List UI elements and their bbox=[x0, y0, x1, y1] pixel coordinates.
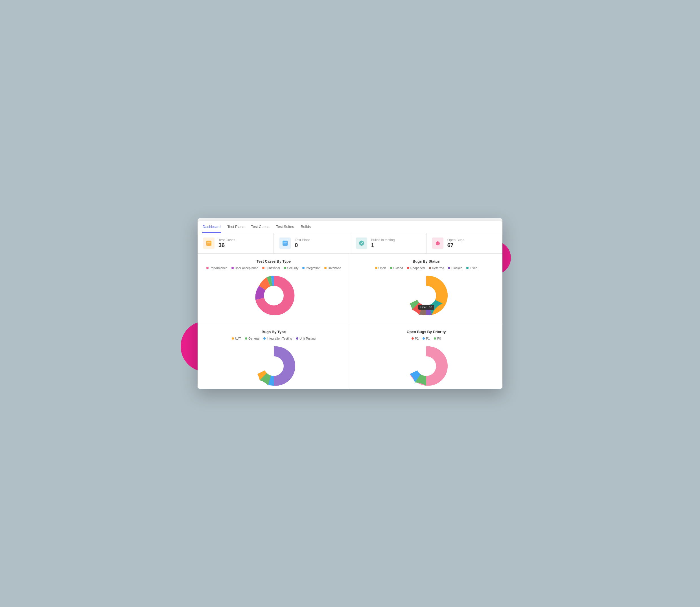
legend-label-deferred: Deferred bbox=[432, 266, 444, 270]
chart-title-3: Bugs By Type bbox=[203, 330, 344, 334]
legend-int-testing: Integration Testing bbox=[263, 337, 292, 340]
stat-card-open-bugs: Open Bugs 67 bbox=[426, 233, 502, 253]
legend-dot-p1 bbox=[422, 337, 425, 340]
legend-dot-p2 bbox=[412, 337, 414, 340]
stat-cards: Test Cases 36 Test Plans 0 bbox=[198, 233, 502, 254]
legend-label-functional: Functional bbox=[266, 266, 280, 270]
donut-chart-3 bbox=[251, 343, 296, 389]
legend-label-uat: UAT bbox=[235, 337, 241, 340]
chart-legend-4: P2 P1 P0 bbox=[356, 337, 497, 340]
legend-functional: Functional bbox=[262, 266, 280, 270]
legend-dot-functional bbox=[262, 267, 264, 269]
dash-nav-builds[interactable]: Builds bbox=[300, 221, 311, 233]
svg-text:Open: 67: Open: 67 bbox=[420, 306, 432, 309]
legend-label-p1: P1 bbox=[426, 337, 429, 340]
legend-general: General bbox=[245, 337, 259, 340]
legend-dot-database bbox=[324, 267, 326, 269]
legend-database: Database bbox=[324, 266, 341, 270]
legend-label-database: Database bbox=[328, 266, 341, 270]
legend-label-integration: Integration bbox=[306, 266, 320, 270]
legend-reopened: Reopened bbox=[407, 266, 425, 270]
legend-dot-blocked bbox=[448, 267, 450, 269]
legend-label-reopened: Reopened bbox=[411, 266, 425, 270]
chart-container-3 bbox=[203, 343, 344, 389]
legend-label-unit-testing: Unit Testing bbox=[299, 337, 316, 340]
legend-label-closed: Closed bbox=[394, 266, 403, 270]
legend-dot-fixed bbox=[466, 267, 468, 269]
chart-bugs-by-type: Bugs By Type UAT General Integration bbox=[198, 324, 350, 389]
stat-label-open-bugs: Open Bugs bbox=[447, 238, 464, 242]
chart-container-4 bbox=[356, 343, 497, 389]
legend-performance: Performance bbox=[206, 266, 227, 270]
legend-dot-uat bbox=[232, 337, 234, 340]
legend-integration: Integration bbox=[302, 266, 320, 270]
legend-dot-ua bbox=[232, 267, 234, 269]
svg-point-14 bbox=[264, 286, 284, 306]
svg-point-15 bbox=[416, 286, 436, 306]
donut-chart-1 bbox=[251, 273, 296, 318]
legend-dot-reopened bbox=[407, 267, 409, 269]
stat-value-test-plans: 0 bbox=[295, 242, 310, 249]
dash-nav-test-cases[interactable]: Test Cases bbox=[251, 221, 270, 233]
browser-window: — — — — — Test Coverage ? Dashboard Test… bbox=[198, 218, 502, 389]
svg-rect-9 bbox=[283, 243, 286, 244]
dash-nav-test-suites[interactable]: Test Suites bbox=[276, 221, 295, 233]
legend-dot-int-testing bbox=[263, 337, 266, 340]
legend-fixed: Fixed bbox=[466, 266, 477, 270]
legend-label-ua: User Acceptance bbox=[235, 266, 258, 270]
legend-p0: P0 bbox=[434, 337, 441, 340]
legend-uat: UAT bbox=[232, 337, 241, 340]
legend-blocked: Blocked bbox=[448, 266, 462, 270]
legend-p2: P2 bbox=[412, 337, 419, 340]
chart-title-4: Open Bugs By Priority bbox=[356, 330, 497, 334]
stat-label-test-cases: Test Cases bbox=[218, 238, 235, 242]
chart-legend-2: Open Closed Reopened Deferred bbox=[356, 266, 497, 270]
legend-label-fixed: Fixed bbox=[470, 266, 477, 270]
stat-card-builds: Builds in testing 1 bbox=[350, 233, 426, 253]
chart-container-2: Open: 67 bbox=[356, 273, 497, 318]
legend-dot-closed bbox=[390, 267, 392, 269]
svg-rect-8 bbox=[283, 242, 287, 243]
legend-dot-unit-testing bbox=[296, 337, 298, 340]
svg-rect-13 bbox=[438, 242, 438, 243]
stat-icon-test-plans bbox=[279, 237, 291, 249]
chart-container-1 bbox=[203, 273, 344, 318]
chart-title-2: Bugs By Status bbox=[356, 259, 497, 264]
chart-title-1: Test Cases By Type bbox=[203, 259, 344, 264]
donut-chart-2: Open: 67 bbox=[404, 273, 449, 318]
svg-rect-5 bbox=[207, 243, 210, 244]
legend-label-blocked: Blocked bbox=[451, 266, 462, 270]
stat-card-test-cases: Test Cases 36 bbox=[198, 233, 274, 253]
legend-p1: P1 bbox=[422, 337, 429, 340]
legend-user-acceptance: User Acceptance bbox=[232, 266, 258, 270]
legend-dot-security bbox=[284, 267, 286, 269]
legend-label-p0: P0 bbox=[437, 337, 441, 340]
chart-tc-by-type: Test Cases By Type Performance User Acce… bbox=[198, 254, 350, 324]
stat-icon-test-cases bbox=[203, 237, 215, 249]
stat-label-builds: Builds in testing bbox=[371, 238, 395, 242]
dashboard-overlay: Dashboard Test Plans Test Cases Test Sui… bbox=[198, 221, 502, 389]
chart-bugs-by-status: Bugs By Status Open Closed Reopened bbox=[350, 254, 502, 324]
stat-icon-builds bbox=[356, 237, 367, 249]
dash-nav-test-plans[interactable]: Test Plans bbox=[227, 221, 245, 233]
legend-security: Security bbox=[284, 266, 299, 270]
stat-value-builds: 1 bbox=[371, 242, 395, 249]
chart-open-bugs-priority: Open Bugs By Priority P2 P1 P0 bbox=[350, 324, 502, 389]
legend-dot-performance bbox=[206, 267, 208, 269]
svg-rect-4 bbox=[207, 242, 211, 243]
chart-legend-1: Performance User Acceptance Functional bbox=[203, 266, 344, 270]
stat-card-test-plans: Test Plans 0 bbox=[274, 233, 350, 253]
legend-dot-p0 bbox=[434, 337, 436, 340]
stat-value-open-bugs: 67 bbox=[447, 242, 464, 249]
stat-label-test-plans: Test Plans bbox=[295, 238, 310, 242]
legend-dot-general bbox=[245, 337, 247, 340]
charts-grid: Test Cases By Type Performance User Acce… bbox=[198, 254, 502, 389]
dash-nav-dashboard[interactable]: Dashboard bbox=[202, 221, 221, 233]
stat-value-test-cases: 36 bbox=[218, 242, 235, 249]
svg-point-18 bbox=[264, 356, 284, 376]
legend-dot-open bbox=[375, 267, 377, 269]
donut-chart-4 bbox=[404, 343, 449, 389]
chart-legend-3: UAT General Integration Testing Uni bbox=[203, 337, 344, 340]
legend-label-general: General bbox=[248, 337, 259, 340]
dashboard-nav: Dashboard Test Plans Test Cases Test Sui… bbox=[198, 221, 502, 233]
